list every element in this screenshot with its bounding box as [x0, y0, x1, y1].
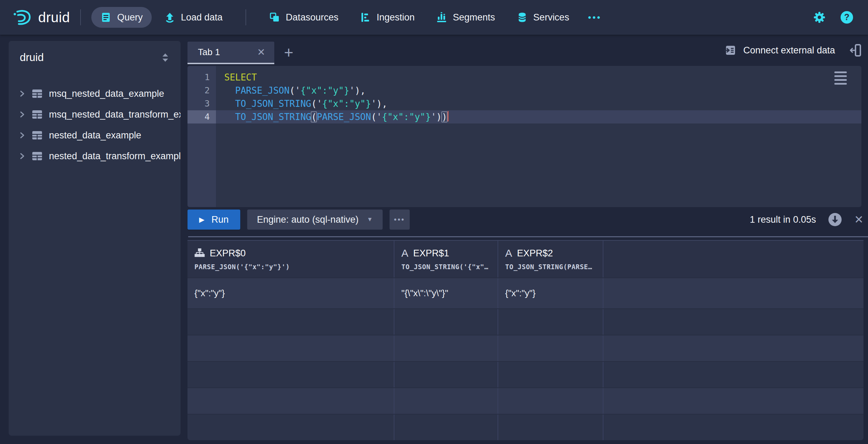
empty-cell — [394, 309, 498, 335]
empty-cell — [187, 415, 394, 440]
line-number: 3 — [187, 97, 216, 110]
tabbar-right: Connect external data — [724, 43, 862, 58]
code-token: SELECT — [224, 72, 257, 83]
code-token: ( — [290, 85, 295, 96]
editor-menu-icon[interactable] — [834, 71, 847, 85]
divider — [80, 9, 81, 25]
nav-item-ingestion[interactable]: Ingestion — [351, 7, 424, 28]
play-icon: ▶ — [199, 215, 205, 224]
settings-gear-icon[interactable] — [811, 9, 828, 26]
nav-item-segments[interactable]: Segments — [427, 7, 504, 28]
help-icon[interactable]: ? — [838, 9, 856, 26]
empty-row — [187, 414, 863, 440]
code-token: PARSE_JSON — [317, 112, 371, 122]
druid-logo[interactable]: druid — [12, 9, 70, 26]
empty-row — [187, 361, 863, 387]
string-type-icon: A — [505, 248, 512, 258]
code-token: ' — [376, 112, 382, 122]
engine-label: Engine: auto (sql-native) — [257, 214, 359, 225]
code-token: ' — [349, 85, 355, 96]
code-line: 1 SELECT — [187, 71, 861, 84]
results-divider[interactable] — [188, 236, 868, 237]
empty-cell — [394, 415, 498, 440]
code-token: TO_JSON_STRING — [235, 99, 311, 109]
result-cell[interactable]: {"x":"y"} — [187, 278, 394, 308]
run-bar: ▶ Run Engine: auto (sql-native) ▼ ••• 1 … — [187, 210, 863, 230]
chevron-right-icon[interactable] — [19, 132, 25, 139]
druid-logo-icon — [12, 9, 33, 26]
empty-cell — [603, 362, 863, 387]
nav-item-label: Datasources — [286, 12, 339, 23]
result-status-text: 1 result in 0.05s — [750, 214, 816, 225]
nav-item-services[interactable]: Services — [508, 7, 578, 28]
table-icon — [32, 110, 42, 119]
sort-double-caret-icon[interactable] — [161, 53, 169, 62]
table-icon — [32, 131, 42, 140]
code-token: ) — [436, 112, 442, 122]
code-token: {"x":"y"} — [300, 85, 349, 96]
close-results-icon[interactable]: ✕ — [854, 214, 863, 225]
code-token: PARSE_JSON — [235, 85, 290, 96]
services-database-icon — [517, 12, 528, 23]
schema-name: druid — [20, 51, 44, 64]
results-table: EXPR$0 PARSE_JSON('{"x":"y"}') A EXPR$1 … — [187, 240, 863, 440]
table-name: nested_data_transform_exampl — [49, 151, 181, 162]
code-token — [224, 99, 235, 109]
result-cell[interactable]: {"x":"y"} — [498, 278, 603, 308]
query-more-button[interactable]: ••• — [390, 210, 410, 230]
download-icon[interactable] — [827, 212, 843, 228]
nav-item-label: Segments — [453, 12, 495, 23]
nav-item-datasources[interactable]: Datasources — [260, 7, 348, 28]
column-header-expr2[interactable]: A EXPR$2 TO_JSON_STRING(PARSE… — [498, 241, 603, 278]
engine-select-button[interactable]: Engine: auto (sql-native) ▼ — [247, 210, 383, 230]
tab-bar: Tab 1 ✕ + Connect external dat — [187, 38, 863, 64]
tree-item-table[interactable]: msq_nested_data_example — [9, 83, 181, 104]
nav-item-label: Load data — [181, 12, 223, 23]
column-header-empty — [603, 241, 863, 278]
chevron-right-icon[interactable] — [19, 111, 25, 118]
connect-external-data-button[interactable]: Connect external data — [724, 44, 835, 57]
column-header-expr1[interactable]: A EXPR$1 TO_JSON_STRING('{"x"… — [394, 241, 498, 278]
nav-more-menu[interactable]: ••• — [582, 7, 608, 28]
add-tab-button[interactable]: + — [284, 44, 293, 60]
tab-close-icon[interactable]: ✕ — [257, 48, 265, 57]
upload-arrow-icon — [164, 12, 175, 23]
column-header-expr0[interactable]: EXPR$0 PARSE_JSON('{"x":"y"}') — [187, 241, 394, 278]
run-button[interactable]: ▶ Run — [187, 210, 240, 230]
column-name: EXPR$1 — [413, 248, 449, 259]
tab-1[interactable]: Tab 1 ✕ — [187, 42, 274, 64]
result-cell[interactable]: "{\"x\":\"y\"}" — [394, 278, 498, 308]
code-token — [224, 85, 235, 96]
empty-cell — [603, 335, 863, 361]
tree-item-table[interactable]: msq_nested_data_transform_ex — [9, 104, 181, 125]
empty-row — [187, 308, 863, 335]
empty-cell — [498, 415, 603, 440]
empty-cell — [498, 309, 603, 335]
column-name: EXPR$2 — [517, 248, 553, 259]
code-token: {"x":"y"} — [382, 112, 431, 122]
collapse-panel-icon[interactable] — [849, 43, 862, 58]
chevron-right-icon[interactable] — [19, 153, 25, 160]
chevron-right-icon[interactable] — [19, 90, 25, 97]
tree-item-table[interactable]: nested_data_example — [9, 125, 181, 146]
sql-editor[interactable]: 1 SELECT 2 PARSE_JSON('{"x":"y"}'), 3 TO… — [187, 66, 861, 207]
column-name: EXPR$0 — [210, 248, 246, 259]
table-name: nested_data_example — [49, 130, 141, 141]
nav-item-query[interactable]: Query — [91, 7, 152, 28]
nav-item-label: Ingestion — [377, 12, 415, 23]
empty-cell — [498, 362, 603, 387]
datasources-icon — [269, 12, 280, 23]
column-expression: TO_JSON_STRING(PARSE… — [505, 263, 603, 271]
tab-label: Tab 1 — [198, 47, 220, 58]
code-token: ' — [431, 112, 436, 122]
code-text: TO_JSON_STRING(PARSE_JSON('{"x":"y"}')) — [216, 110, 861, 123]
tree-item-table[interactable]: nested_data_transform_exampl — [9, 146, 181, 166]
nav-item-load-data[interactable]: Load data — [155, 7, 232, 28]
schema-selector[interactable]: druid — [9, 41, 181, 67]
empty-cell — [187, 335, 394, 361]
code-token: {"x":"y"} — [322, 99, 371, 109]
chevron-down-icon: ▼ — [367, 216, 373, 223]
ingestion-chart-icon — [360, 12, 371, 23]
table-name: msq_nested_data_example — [49, 88, 164, 99]
empty-cell — [394, 335, 498, 361]
